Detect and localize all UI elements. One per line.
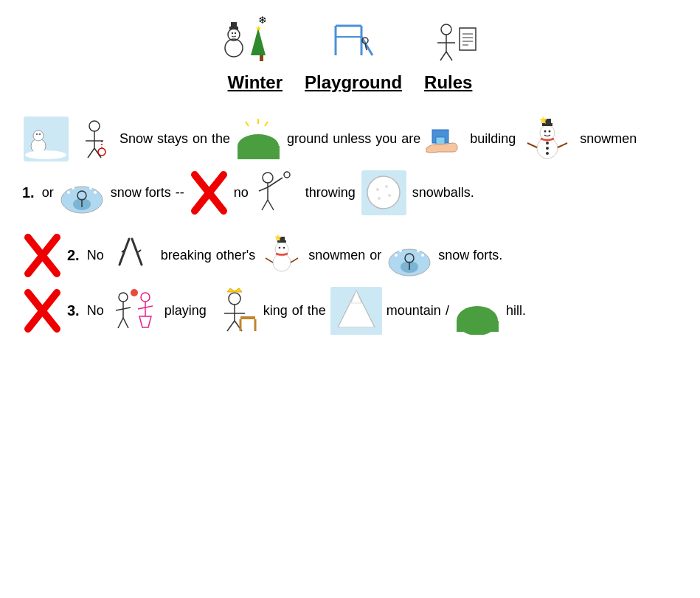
svg-line-71	[259, 187, 268, 191]
svg-point-90	[279, 247, 281, 249]
svg-point-50	[549, 131, 551, 133]
snow-forts-icon2	[386, 232, 434, 279]
rule2-section: 2. No breaking other's	[22, 232, 678, 279]
rules-icon	[424, 15, 483, 66]
svg-point-91	[283, 247, 285, 249]
svg-point-17	[441, 24, 451, 35]
throwing-icon	[253, 169, 301, 217]
word-snowballs: snowballs.	[412, 185, 474, 201]
king-icon	[211, 287, 259, 335]
svg-point-65	[89, 187, 92, 190]
word-king: king	[263, 303, 288, 319]
mountain-icon	[330, 287, 382, 335]
svg-rect-121	[240, 316, 255, 319]
svg-line-20	[440, 52, 446, 60]
svg-text:★: ★	[255, 24, 262, 32]
word-of: of	[292, 303, 303, 319]
no-icon2	[22, 232, 63, 279]
svg-point-79	[385, 185, 388, 188]
svg-line-110	[118, 318, 123, 328]
snowmen-icon: ⭐	[520, 115, 575, 163]
svg-point-116	[229, 293, 240, 305]
word-the2: the	[308, 303, 326, 319]
rule3-row: 3. No playing	[22, 287, 678, 335]
word-slash: /	[446, 303, 449, 319]
svg-line-42	[246, 122, 249, 126]
word-snow-forts2: snow forts.	[438, 248, 502, 263]
rule2-row: 2. No breaking other's	[22, 232, 678, 279]
svg-line-111	[123, 318, 128, 328]
title-word2: Playground	[305, 72, 402, 93]
svg-point-66	[94, 191, 97, 194]
stays-icon	[74, 115, 115, 163]
svg-line-57	[527, 143, 537, 147]
ground-icon	[235, 115, 283, 163]
svg-point-38	[98, 148, 105, 156]
playground-icon	[321, 15, 380, 66]
svg-point-101	[395, 254, 398, 257]
svg-line-41	[265, 122, 268, 126]
svg-line-14	[361, 37, 372, 55]
svg-point-75	[284, 172, 290, 178]
svg-line-74	[268, 200, 274, 210]
svg-rect-127	[330, 327, 382, 335]
svg-point-112	[141, 293, 150, 302]
svg-point-49	[544, 131, 547, 133]
word-snow-forts1: snow forts	[111, 185, 171, 201]
word-snowmen2: snowmen	[308, 248, 365, 263]
svg-point-56	[546, 152, 549, 155]
winter-icon: ❄ ★	[218, 15, 277, 66]
svg-line-36	[88, 148, 94, 158]
svg-point-81	[378, 197, 381, 200]
word-are: are	[401, 131, 420, 147]
rule1-row2: 1. or snow forts --	[22, 169, 678, 217]
svg-rect-6	[231, 22, 237, 27]
svg-point-102	[399, 249, 402, 252]
word-on: on	[193, 131, 207, 147]
svg-rect-44	[238, 146, 280, 159]
svg-point-103	[417, 249, 420, 252]
svg-point-107	[119, 293, 128, 302]
svg-point-30	[36, 133, 38, 135]
svg-point-29	[33, 131, 44, 141]
rule3-number: 3.	[67, 302, 80, 319]
word-throwing: throwing	[305, 185, 356, 201]
rule1-number: 1.	[22, 184, 35, 201]
svg-point-64	[72, 187, 74, 190]
snow-forts-icon1	[58, 169, 106, 217]
svg-rect-129	[457, 321, 499, 332]
svg-point-78	[376, 188, 379, 191]
svg-line-87	[138, 250, 141, 252]
svg-point-55	[546, 147, 549, 150]
rule1-row1: Snow stays on the ground unless you are	[22, 115, 678, 163]
title-word1: Winter	[228, 72, 283, 93]
word-or: or	[42, 185, 54, 201]
svg-point-54	[546, 142, 549, 145]
snowball-icon	[360, 169, 408, 217]
svg-line-96	[291, 258, 298, 263]
playing-icon	[108, 287, 160, 335]
no-icon3	[22, 287, 63, 335]
word-no3: No	[87, 303, 104, 319]
word-or2: or	[370, 248, 381, 263]
word-snow: Snow	[119, 131, 153, 147]
svg-line-95	[266, 258, 273, 263]
svg-line-58	[558, 143, 567, 147]
no-icon1	[189, 169, 229, 217]
svg-point-80	[388, 194, 391, 197]
svg-point-104	[421, 254, 424, 257]
svg-point-32	[25, 150, 66, 159]
word-stays: stays	[157, 131, 188, 147]
svg-point-88	[273, 254, 291, 271]
word-playing: playing	[164, 303, 207, 319]
svg-point-115	[131, 289, 138, 296]
word-breaking: breaking	[161, 248, 212, 263]
svg-point-4	[234, 32, 235, 34]
svg-point-63	[67, 191, 70, 194]
building-icon	[425, 115, 465, 163]
breaking-icon	[108, 232, 156, 279]
word-the: the	[212, 131, 230, 147]
svg-point-77	[367, 176, 400, 209]
word-no1: no	[234, 185, 249, 201]
svg-line-21	[446, 52, 452, 60]
